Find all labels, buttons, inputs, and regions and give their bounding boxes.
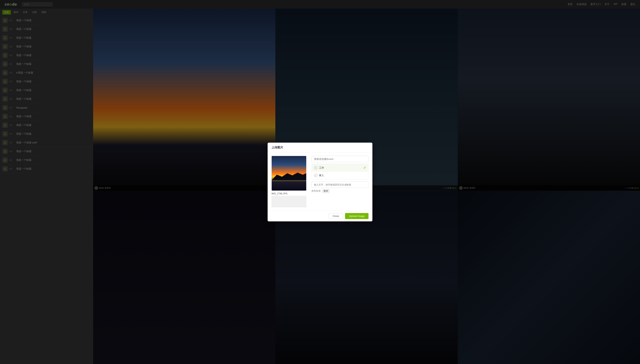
filename-row: IMG_2786.JPG [272,192,308,195]
modal-footer: Close Upload Image [268,210,372,222]
upload-button[interactable]: Upload Image [345,213,368,219]
filename-text: IMG_2786.JPG [272,192,288,195]
modal-right: ℹ 工作 ✓ ℹ 家人 推荐标签 素材 [312,156,368,208]
tag-input[interactable] [312,182,368,188]
board-search-input[interactable] [312,156,368,162]
board-list: ℹ 工作 ✓ ℹ 家人 [312,164,368,179]
board-name-1: 家人 [319,174,366,177]
board-name-0: 工作 [319,166,362,170]
modal-title: 上传图片 [272,146,283,149]
board-item-0[interactable]: ℹ 工作 ✓ [312,164,368,172]
modal-overlay: 上传图片 IMG_2786.JPG ℹ 工作 [0,0,640,364]
board-icon-0: ℹ [314,166,318,170]
preview-image [272,156,306,191]
modal: 上传图片 IMG_2786.JPG ℹ 工作 [268,142,372,222]
tag-suggestions-label: 推荐标签 [312,189,321,193]
modal-left: IMG_2786.JPG [272,156,308,208]
close-button[interactable]: Close [328,213,343,219]
tag-btn-0[interactable]: 素材 [322,189,330,193]
board-item-1[interactable]: ℹ 家人 [312,172,368,179]
tag-suggestions: 推荐标签 素材 [312,189,368,193]
board-icon-1: ℹ [314,174,318,177]
tag-input-area: 推荐标签 素材 [312,182,368,193]
modal-body: IMG_2786.JPG ℹ 工作 ✓ ℹ 家人 [268,153,372,210]
check-icon-0: ✓ [364,166,366,170]
modal-header: 上传图片 [268,142,372,153]
preview-img-content [272,156,306,190]
thumbnail-placeholder [272,196,306,208]
